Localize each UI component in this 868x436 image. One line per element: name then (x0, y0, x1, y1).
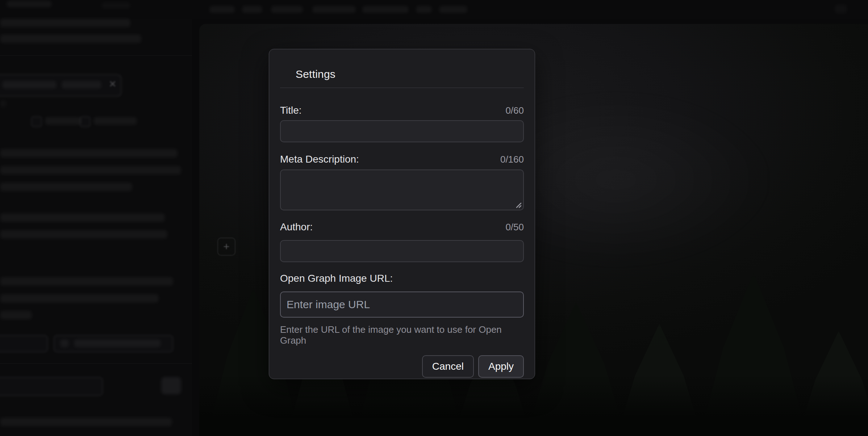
plus-button: + (217, 238, 235, 256)
og-image-url-input[interactable] (280, 292, 524, 318)
blurred-text-line (0, 183, 132, 191)
author-char-counter: 0/50 (505, 222, 524, 233)
blurred-text-line (62, 81, 101, 89)
blurred-text-line (0, 230, 167, 239)
book-icon (60, 339, 69, 347)
title-char-counter: 0/60 (505, 105, 524, 116)
author-label: Author: (280, 221, 313, 233)
toolbar-item-blob (312, 6, 356, 13)
blurred-text-line (2, 81, 57, 89)
title-input[interactable] (280, 120, 524, 142)
gear-icon (835, 4, 847, 14)
blurred-text-line (0, 311, 32, 319)
og-image-label: Open Graph Image URL: (280, 272, 393, 285)
cancel-button[interactable]: Cancel (422, 355, 474, 378)
toolbar-item-blob (416, 6, 432, 13)
toolbar-item-blob (271, 6, 303, 13)
window-control-blob (7, 1, 52, 7)
blurred-text-line (93, 117, 137, 125)
blurred-text-line (0, 100, 7, 108)
blurred-text-line (74, 339, 161, 347)
dialog-header: Settings (269, 49, 535, 80)
dialog-body: Title: 0/60 Meta Description: 0/160 Auth… (269, 104, 535, 378)
blurred-text-line (0, 166, 181, 175)
author-input[interactable] (280, 240, 524, 262)
dialog-divider (280, 88, 524, 88)
sidebar-button-blob (0, 335, 48, 352)
checkbox-icon (31, 116, 42, 127)
meta-description-textarea[interactable] (280, 169, 524, 210)
close-icon: ✕ (109, 79, 117, 89)
blurred-text-line (0, 34, 141, 43)
toolbar-item-blob (209, 6, 235, 13)
dialog-actions: Cancel Apply (280, 355, 524, 378)
top-toolbar (0, 0, 868, 19)
icon-button-blob (161, 377, 181, 394)
sidebar-input-blob (0, 377, 103, 396)
apply-button[interactable]: Apply (478, 355, 524, 378)
dialog-title: Settings (296, 68, 524, 80)
toolbar-dropdown-blob (439, 6, 467, 13)
checkbox-icon (80, 116, 91, 127)
sidebar-divider (0, 55, 192, 56)
blurred-text-line (45, 117, 81, 125)
meta-description-char-counter: 0/160 (500, 154, 524, 165)
toolbar-item-blob (362, 6, 409, 13)
screen: ✕ + (0, 0, 868, 436)
toolbar-item-blob (242, 6, 262, 13)
sidebar-divider (0, 363, 192, 364)
title-label-row: Title: 0/60 (280, 104, 524, 117)
blurred-text-line (0, 294, 159, 303)
blurred-text-line (0, 213, 165, 222)
toolbar-item-blob (101, 2, 130, 9)
meta-description-label-row: Meta Description: 0/160 (280, 153, 524, 165)
sidebar: ✕ (0, 19, 192, 436)
blurred-text-line (0, 418, 172, 426)
blurred-text-line (0, 18, 130, 27)
settings-dialog: Settings Title: 0/60 Meta Description: 0… (269, 49, 535, 379)
ground-gradient (199, 374, 868, 436)
blurred-text-line (0, 149, 178, 158)
author-label-row: Author: 0/50 (280, 221, 524, 233)
og-image-helper-text: Enter the URL of the image you want to u… (280, 324, 524, 346)
og-image-label-row: Open Graph Image URL: (280, 272, 524, 285)
meta-description-wrap (280, 169, 524, 210)
meta-description-label: Meta Description: (280, 153, 359, 165)
blurred-text-line (0, 277, 173, 286)
title-label: Title: (280, 104, 302, 117)
